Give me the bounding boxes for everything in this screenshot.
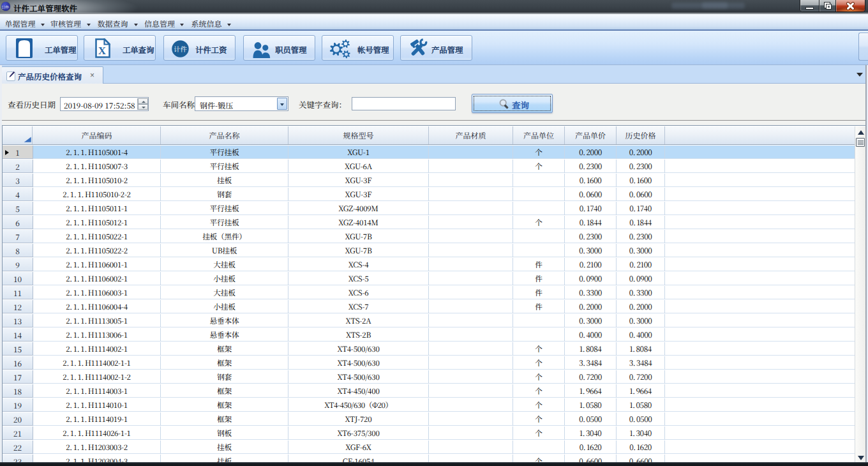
- svg-text:X: X: [98, 45, 107, 57]
- svg-text:计件: 计件: [174, 44, 187, 54]
